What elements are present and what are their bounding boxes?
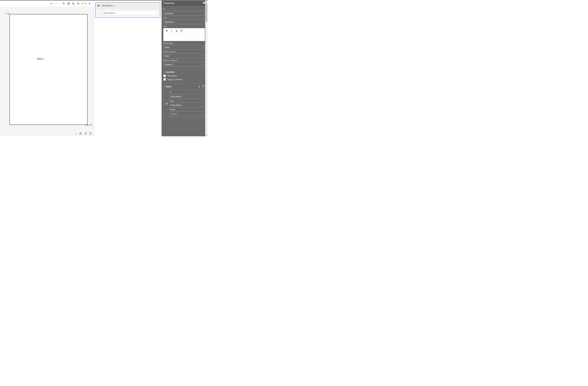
item-value-label: Value — [169, 100, 203, 102]
add-multiple-items-icon[interactable] — [202, 85, 205, 88]
chevron-down-icon: ▼ — [202, 63, 204, 65]
focus-element-select[interactable]: None ▼ — [163, 54, 205, 58]
question-header: Question 1 — [96, 2, 160, 9]
id-label: ID — [163, 8, 205, 10]
focus-element-value: None — [165, 55, 169, 57]
item-id-input[interactable] — [169, 94, 203, 99]
svg-rect-21 — [203, 86, 204, 86]
title-label: Title — [163, 17, 205, 19]
quick-logic-value: None — [165, 46, 169, 49]
focus-element-label: Focus Element — [163, 51, 205, 53]
item-display-label: Display — [169, 109, 203, 111]
canvas-page[interactable]: text 1 — [9, 14, 88, 125]
italic-icon[interactable]: I — [170, 30, 173, 32]
zoom-unit: % — [85, 2, 87, 5]
title-input[interactable] — [163, 19, 205, 24]
hand-tool[interactable] — [67, 2, 71, 6]
question-title: Question 1 — [102, 4, 114, 7]
svg-rect-18 — [204, 85, 205, 86]
quick-logic-select[interactable]: None ▼ — [163, 45, 205, 50]
controls-header: Controls — [166, 71, 175, 73]
controls-section: ▼ Controls Mandatory Apply to all items — [163, 69, 205, 81]
hint-editor[interactable]: B I A — [163, 28, 205, 41]
items-section: ▼ Items ＋ ID — [163, 83, 205, 117]
drag-handle-icon[interactable] — [96, 4, 102, 7]
properties-scroll[interactable]: ID Title Hint B I A Quick Logic None ▼ — [162, 6, 208, 136]
item-value-input[interactable] — [169, 103, 203, 107]
bold-icon[interactable]: B — [165, 30, 168, 32]
add-item-icon[interactable]: ＋ — [198, 85, 201, 88]
link-icon[interactable] — [180, 29, 183, 32]
origin-coord-label: (0, 0) — [5, 13, 9, 14]
copy-page-button[interactable] — [79, 131, 83, 136]
svg-line-1 — [74, 4, 75, 5]
apply-all-checkbox[interactable] — [163, 78, 166, 81]
svg-line-5 — [79, 4, 80, 5]
svg-rect-24 — [166, 104, 168, 104]
canvas-text-element[interactable]: text 1 — [37, 57, 44, 60]
delete-page-button[interactable] — [84, 131, 88, 136]
show-for-spread-label: Show for Spread — [163, 59, 205, 61]
svg-rect-12 — [97, 5, 100, 5]
canvas-panel: 67 % ▼ (0, 0) text 1 (210, 297 — [0, 0, 94, 136]
show-for-spread-select[interactable]: Spread_1 ▼ — [163, 62, 205, 67]
apply-all-label: Apply to all items — [167, 78, 182, 81]
mandatory-checkbox[interactable] — [163, 75, 166, 77]
canvas-bottom-actions — [73, 131, 93, 136]
svg-rect-22 — [166, 103, 168, 103]
svg-rect-9 — [80, 133, 82, 135]
item-card: ID Value Display — [163, 90, 205, 117]
svg-point-15 — [204, 2, 205, 3]
hint-label: Hint — [163, 25, 205, 28]
collapse-icon[interactable]: ▼ — [163, 71, 165, 73]
zoom-in-button[interactable] — [71, 2, 76, 6]
properties-title: Dropdown — [163, 2, 175, 5]
properties-panel: Dropdown ID Title Hint B I A — [162, 0, 208, 136]
redo-button[interactable] — [55, 2, 59, 6]
item-display-input[interactable] — [169, 111, 203, 116]
chevron-down-icon: ▼ — [202, 46, 204, 48]
svg-rect-16 — [202, 85, 203, 86]
question-dropdown-value: Drop down 1 — [103, 12, 115, 14]
question-dropdown[interactable]: Drop down 1 ▼ — [102, 10, 158, 16]
svg-rect-23 — [166, 103, 168, 104]
id-input[interactable] — [163, 11, 205, 16]
zoom-dropdown-caret[interactable]: ▼ — [88, 2, 91, 5]
svg-rect-13 — [97, 5, 100, 6]
canvas-area[interactable]: (0, 0) text 1 (210, 297 — [0, 7, 94, 136]
properties-scrollbar[interactable]: ▲ ▼ — [205, 0, 208, 136]
font-color-icon[interactable]: A — [175, 30, 178, 32]
item-id-label: ID — [169, 91, 203, 94]
svg-rect-17 — [202, 87, 203, 87]
show-for-spread-value: Spread_1 — [165, 63, 173, 66]
bottom-right-coord-label: (210, 297 — [85, 124, 92, 126]
collapse-icon[interactable]: ▼ — [163, 86, 165, 88]
canvas-toolbar: 67 % ▼ — [0, 0, 94, 7]
svg-rect-14 — [97, 6, 100, 6]
chevron-down-icon: ▼ — [155, 12, 157, 14]
chevron-down-icon: ▼ — [202, 55, 204, 57]
paste-page-button[interactable] — [88, 131, 93, 136]
add-page-button[interactable] — [74, 131, 78, 136]
scroll-down-icon[interactable]: ▼ — [205, 134, 208, 136]
properties-header: Dropdown — [162, 0, 208, 6]
scrollbar-thumb[interactable] — [206, 3, 207, 22]
quick-logic-label: Quick Logic — [163, 42, 205, 44]
pointer-tool[interactable] — [62, 2, 66, 6]
question-list-panel: Question 1 Drop down 1 ▼ — [94, 0, 162, 136]
mandatory-label: Mandatory — [167, 75, 177, 77]
item-drag-handle-icon[interactable] — [165, 91, 168, 116]
svg-rect-19 — [204, 87, 205, 87]
scroll-up-icon[interactable]: ▲ — [205, 0, 208, 3]
undo-button[interactable] — [50, 2, 54, 6]
question-card[interactable]: Question 1 Drop down 1 ▼ — [95, 2, 160, 18]
hint-toolbar: B I A — [163, 28, 205, 34]
zoom-out-button[interactable] — [76, 2, 80, 6]
zoom-value: 67 — [82, 2, 84, 5]
items-header: Items — [166, 85, 171, 88]
